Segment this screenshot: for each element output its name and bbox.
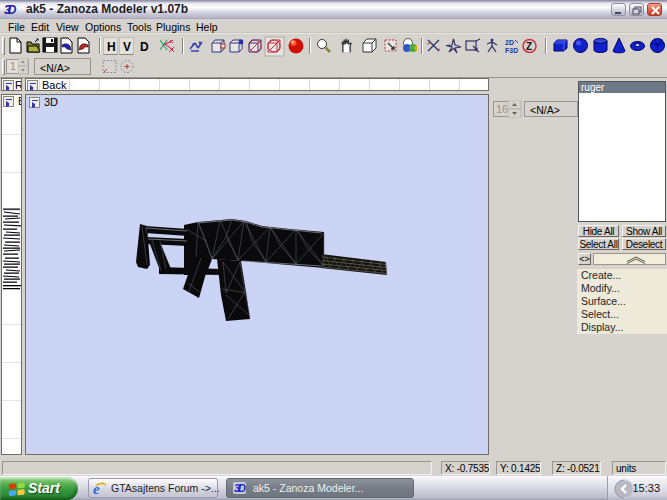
svg-text:D: D [140, 40, 149, 54]
svg-text:V: V [123, 40, 131, 54]
svg-text:H: H [107, 40, 116, 54]
svg-text:F3D: F3D [505, 47, 518, 54]
svg-text:Z: Z [526, 41, 532, 52]
svg-text:2D: 2D [505, 39, 514, 46]
